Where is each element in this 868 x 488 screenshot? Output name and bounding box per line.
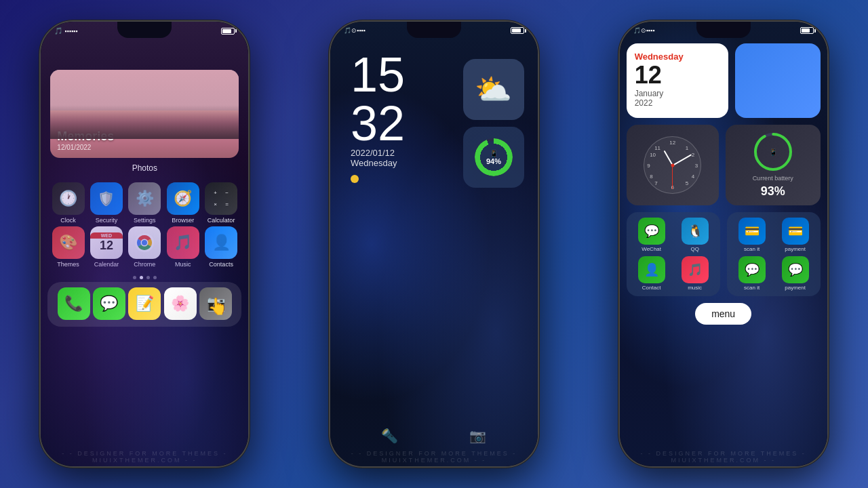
security-icon: 🛡️ — [90, 182, 123, 215]
clock-center — [671, 163, 674, 167]
clock-num-5: 5 — [686, 180, 688, 186]
payment-mini-app-2[interactable]: 💬 payment — [776, 256, 815, 291]
clock-face: 12 3 6 9 1 2 4 5 7 8 10 — [644, 136, 701, 194]
status-bar-1: 🎵 ▪▪▪▪▪▪ — [41, 22, 248, 37]
watermark-1: - - DESIGNER FOR MORE THEMES - MIUIXTHEM… — [41, 447, 248, 466]
chrome-icon-container — [128, 226, 161, 259]
watermark-3: - - DESIGNER FOR MORE THEMES - MIUIXTHEM… — [620, 447, 827, 466]
memories-widget[interactable]: Memories 12/01/2022 — [50, 70, 239, 158]
status-left-1: 🎵 ▪▪▪▪▪▪ — [54, 27, 77, 35]
notch-1 — [117, 22, 172, 38]
contacts-app[interactable]: 👤 Contacts — [203, 226, 239, 268]
clock-num-3: 3 — [695, 162, 698, 168]
contact-mini-app[interactable]: 👤 Contact — [632, 256, 671, 291]
music-icon: 🎵 — [167, 226, 199, 259]
scanit-mini-app-1[interactable]: 💳 scan it — [732, 218, 772, 252]
battery-widget-big[interactable]: 📱 Current battery 93% — [726, 125, 821, 205]
svg-point-2 — [141, 239, 149, 247]
widget-row-1: Wednesday 12 January2022 — [627, 43, 821, 118]
lock-dot — [351, 175, 359, 183]
second-hand — [672, 165, 673, 189]
music-mini-app[interactable]: 🎵 music — [675, 256, 715, 291]
status-bar-2: 🎵⊙▪▪▪▪ — [330, 22, 538, 37]
status-bar-3: 🎵⊙▪▪▪▪ — [620, 22, 827, 37]
photos-label: Photos — [41, 163, 248, 173]
dot-4 — [153, 276, 157, 279]
flashlight-icon[interactable]: 🔦 — [380, 426, 400, 446]
music-label: Music — [175, 261, 191, 268]
phone-1: 🎵 ▪▪▪▪▪▪ Memories 12/01/2022 — [39, 20, 250, 468]
blue-widget[interactable] — [735, 43, 821, 118]
status-left-3: 🎵⊙▪▪▪▪ — [633, 27, 655, 34]
chrome-app[interactable]: Chrome — [127, 226, 162, 268]
calculator-app[interactable]: + − × = Calculator — [203, 182, 239, 224]
browser-label: Browser — [172, 217, 194, 224]
settings-icon: ⚙️ — [128, 182, 161, 215]
lock-bottom-icons: 🔦 📷 — [380, 426, 488, 446]
calendar-app[interactable]: WED 12 Calendar — [89, 226, 124, 268]
calendar-widget[interactable]: Wednesday 12 January2022 — [627, 43, 728, 118]
lock-hour: 15 — [351, 50, 538, 99]
browser-app[interactable]: 🧭 Browser — [165, 182, 201, 224]
svg-point-1 — [140, 239, 149, 247]
messages-dock-app[interactable]: 💬 — [93, 287, 125, 320]
social-apps-widget[interactable]: 💬 WeChat 🐧 QQ 👤 Contact 🎵 — [627, 212, 720, 296]
payment-mini-icon-2: 💬 — [782, 256, 809, 283]
music-app[interactable]: 🎵 Music — [165, 226, 201, 268]
scanit-mini-icon-2: 💬 — [738, 256, 766, 283]
battery-current-label: Current battery — [753, 175, 793, 182]
cursor-hand-icon: 👆 — [208, 297, 228, 315]
clock-num-9: 9 — [647, 162, 650, 168]
status-icons-2: 🎵⊙▪▪▪▪ — [344, 27, 366, 34]
phone-dock-app[interactable]: 📞 — [57, 287, 90, 320]
payment-mini-app-1[interactable]: 💳 payment — [776, 218, 815, 252]
clock-widget-big[interactable]: 12 3 6 9 1 2 4 5 7 8 10 — [627, 125, 719, 205]
calendar-label: Calendar — [94, 261, 119, 268]
qq-mini-app[interactable]: 🐧 QQ — [675, 218, 715, 252]
battery-circle-big: 📱 — [753, 131, 793, 172]
phone-2-screen: 🎵⊙▪▪▪▪ 15 32 2022/01/12 Wednesday — [330, 22, 538, 466]
clock-num-12: 12 — [669, 140, 675, 146]
themes-icon: 🎨 — [52, 226, 85, 259]
camera-lock-icon[interactable]: 📷 — [468, 426, 488, 446]
watermark-2: - - DESIGNER FOR MORE THEMES - MIUIXTHEM… — [330, 447, 538, 466]
wechat-mini-app[interactable]: 💬 WeChat — [632, 218, 671, 252]
clock-num-7: 7 — [654, 180, 657, 186]
scanit-mini-app-2[interactable]: 💬 scan it — [732, 256, 772, 291]
scanit-mini-label-2: scan it — [744, 285, 760, 291]
status-right-2 — [511, 27, 524, 34]
messages-dock-icon: 💬 — [93, 287, 125, 320]
payment-widget[interactable]: 💳 scan it 💳 payment 💬 scan it 💬 — [727, 212, 821, 296]
widgets-container: Wednesday 12 January2022 12 3 6 — [620, 37, 827, 331]
cal-day-num: 12 — [635, 62, 720, 89]
page-dots — [41, 276, 248, 279]
clock-num-4: 4 — [692, 174, 694, 180]
svg-point-0 — [135, 233, 154, 252]
phone-dock-icon: 📞 — [58, 287, 90, 320]
qq-mini-label: QQ — [690, 246, 698, 252]
battery-big-pct: 93% — [761, 184, 785, 199]
wechat-mini-label: WeChat — [642, 246, 661, 252]
notes-dock-app[interactable]: 📝 — [128, 287, 161, 320]
menu-button[interactable]: menu — [695, 303, 751, 325]
calendar-icon: WED 12 — [90, 226, 123, 259]
widget-row-2: 12 3 6 9 1 2 4 5 7 8 10 — [627, 125, 821, 205]
phone-3-screen: 🎵⊙▪▪▪▪ Wednesday 12 January2022 — [620, 22, 827, 466]
themes-label: Themes — [57, 261, 79, 268]
lock-time: 15 32 — [330, 37, 538, 148]
contacts-icon: 👤 — [205, 226, 237, 259]
clock-num-1: 1 — [686, 145, 688, 151]
lock-date-num: 2022/01/12 — [351, 148, 538, 158]
wechat-mini-icon: 💬 — [638, 218, 665, 245]
settings-app[interactable]: ⚙️ Settings — [127, 182, 162, 224]
payment-mini-label-2: payment — [785, 285, 806, 291]
security-app[interactable]: 🛡️ Security — [89, 182, 124, 224]
photos-dock-app[interactable]: 🌸 — [164, 287, 197, 320]
notes-dock-icon: 📝 — [128, 287, 161, 320]
clock-app[interactable]: 🕐 Clock — [50, 182, 85, 224]
themes-app[interactable]: 🎨 Themes — [50, 226, 85, 268]
calculator-icon: + − × = — [205, 182, 237, 215]
payment-mini-label-1: payment — [785, 246, 806, 252]
browser-icon: 🧭 — [167, 182, 199, 215]
lock-minute: 32 — [351, 99, 538, 148]
